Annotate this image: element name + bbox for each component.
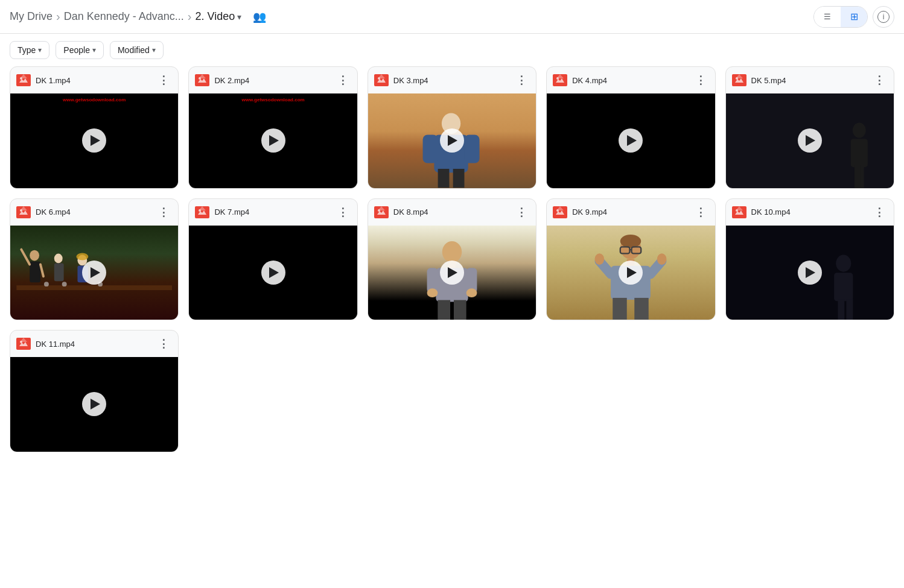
card-menu-dk8[interactable]: ⋮ (513, 204, 530, 221)
header-actions: ☰ ⊞ i (813, 6, 894, 28)
card-header-dk8: DK 8.mp4 ⋮ (368, 199, 536, 226)
play-button-dk5[interactable] (798, 128, 822, 153)
filter-bar: Type ▾ People ▾ Modified ▾ (0, 34, 904, 66)
grid-view-button[interactable]: ⊞ (841, 6, 867, 28)
card-menu-dk7[interactable]: ⋮ (334, 204, 351, 221)
video-card-dk6[interactable]: DK 6.mp4 ⋮ (10, 198, 179, 321)
play-button-dk10[interactable] (798, 261, 822, 285)
file-icon-dk4 (553, 74, 567, 86)
filter-people[interactable]: People ▾ (56, 41, 104, 59)
card-header-dk4: DK 4.mp4 ⋮ (547, 67, 715, 93)
list-view-button[interactable]: ☰ (814, 6, 841, 28)
svg-point-53 (466, 288, 477, 297)
svg-rect-28 (16, 285, 172, 290)
svg-point-8 (378, 77, 380, 80)
video-card-dk10[interactable]: DK 10.mp4 ⋮ (725, 198, 894, 321)
breadcrumb-current[interactable]: 2. Video ▾ (195, 10, 241, 23)
card-header-dk6: DK 6.mp4 ⋮ (10, 199, 178, 226)
play-button-dk2[interactable] (261, 128, 285, 153)
video-card-dk4[interactable]: DK 4.mp4 ⋮ (546, 66, 715, 189)
filter-type[interactable]: Type ▾ (10, 41, 49, 59)
card-menu-dk10[interactable]: ⋮ (871, 204, 888, 221)
video-card-dk5[interactable]: DK 5.mp4 ⋮ (725, 66, 894, 189)
card-thumbnail-dk10[interactable] (726, 226, 894, 320)
card-thumbnail-dk6[interactable] (10, 226, 178, 320)
grid-view-icon: ⊞ (850, 11, 858, 22)
card-thumbnail-dk3[interactable] (368, 93, 536, 188)
card-menu-dk1[interactable]: ⋮ (155, 72, 172, 89)
card-thumbnail-dk4[interactable] (547, 93, 715, 188)
play-button-dk6[interactable] (82, 261, 106, 285)
card-thumbnail-dk5[interactable] (726, 93, 894, 188)
filter-modified[interactable]: Modified ▾ (110, 41, 164, 59)
shared-people-button[interactable]: 👥 (249, 6, 270, 28)
svg-rect-78 (846, 299, 853, 320)
breadcrumb-root[interactable]: My Drive (10, 10, 53, 23)
video-card-dk3[interactable]: DK 3.mp4 ⋮ (368, 66, 536, 189)
person-silhouette-dk10 (818, 254, 869, 320)
card-menu-dk6[interactable]: ⋮ (155, 204, 172, 221)
svg-rect-24 (855, 165, 860, 188)
svg-rect-70 (613, 298, 627, 320)
card-thumbnail-dk2[interactable]: www.getwsodownload.com (189, 93, 357, 188)
card-title-dk7: DK 7.mp4 (214, 207, 329, 217)
video-card-dk1[interactable]: DK 1.mp4 ⋮ www.getwsodownload.com (10, 66, 179, 189)
card-thumbnail-dk8[interactable] (368, 226, 536, 320)
svg-rect-0 (18, 75, 30, 85)
svg-point-39 (62, 282, 67, 286)
video-card-dk11[interactable]: DK 11.mp4 ⋮ (10, 330, 179, 452)
file-icon-dk7 (195, 206, 209, 218)
play-button-dk1[interactable] (82, 128, 106, 153)
card-thumbnail-dk9[interactable] (547, 226, 715, 320)
card-menu-dk3[interactable]: ⋮ (513, 72, 530, 89)
svg-rect-72 (733, 207, 745, 217)
card-header-dk9: DK 9.mp4 ⋮ (547, 199, 715, 226)
info-button[interactable]: i (873, 6, 894, 28)
card-header-dk10: DK 10.mp4 ⋮ (726, 199, 894, 226)
filter-modified-arrow: ▾ (152, 46, 156, 54)
play-triangle-dk9 (627, 267, 637, 278)
card-menu-dk11[interactable]: ⋮ (155, 335, 172, 352)
play-triangle-dk10 (806, 267, 815, 278)
card-menu-dk9[interactable]: ⋮ (692, 204, 709, 221)
card-menu-dk2[interactable]: ⋮ (334, 72, 351, 89)
svg-rect-3 (196, 75, 208, 85)
file-icon-dk3 (374, 74, 389, 86)
play-triangle-dk11 (91, 399, 100, 409)
card-thumbnail-dk7[interactable] (189, 226, 357, 320)
info-icon: i (877, 11, 890, 23)
card-menu-dk5[interactable]: ⋮ (871, 72, 888, 89)
video-card-dk2[interactable]: DK 2.mp4 ⋮ www.getwsodownload.com (188, 66, 357, 189)
play-button-dk11[interactable] (82, 392, 106, 416)
play-button-dk8[interactable] (440, 261, 464, 285)
breadcrumb-folder[interactable]: Dan Kennedy - Advanc... (64, 10, 184, 23)
play-button-dk3[interactable] (440, 128, 464, 153)
video-card-dk8[interactable]: DK 8.mp4 ⋮ (368, 198, 536, 321)
filter-people-arrow: ▾ (92, 46, 96, 54)
card-menu-dk4[interactable]: ⋮ (692, 72, 709, 89)
svg-rect-77 (838, 299, 844, 320)
card-header-dk7: DK 7.mp4 ⋮ (189, 199, 357, 226)
file-icon-dk9 (553, 206, 567, 218)
file-icon-dk11 (16, 338, 31, 350)
breadcrumb-current-label: 2. Video (195, 10, 235, 23)
file-icon-dk6 (16, 206, 31, 218)
breadcrumb: My Drive › Dan Kennedy - Advanc... › 2. … (10, 6, 813, 28)
video-card-dk7[interactable]: DK 7.mp4 ⋮ (188, 198, 357, 321)
card-thumbnail-dk11[interactable] (10, 357, 178, 452)
card-thumbnail-dk1[interactable]: www.getwsodownload.com (10, 93, 178, 188)
video-card-dk9[interactable]: DK 9.mp4 ⋮ (546, 198, 715, 321)
card-title-dk9: DK 9.mp4 (572, 207, 687, 217)
card-title-dk5: DK 5.mp4 (751, 76, 866, 85)
card-header-dk5: DK 5.mp4 ⋮ (726, 67, 894, 93)
svg-rect-30 (30, 261, 40, 282)
svg-point-58 (556, 209, 559, 212)
video-grid: DK 1.mp4 ⋮ www.getwsodownload.com DK 2.m… (0, 66, 904, 462)
svg-point-21 (853, 123, 866, 138)
play-triangle-dk2 (269, 135, 279, 146)
svg-line-32 (40, 264, 43, 276)
svg-rect-44 (375, 207, 387, 217)
svg-point-29 (30, 250, 39, 261)
play-button-dk4[interactable] (619, 128, 643, 153)
play-button-dk7[interactable] (261, 261, 285, 285)
